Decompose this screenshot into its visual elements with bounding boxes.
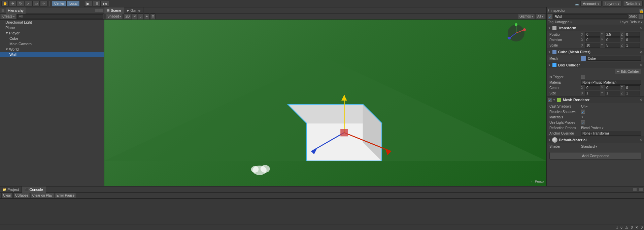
pause-btn[interactable]: ⏸ <box>93 1 101 7</box>
size-z-input[interactable] <box>625 91 640 95</box>
cast-shadows-dropdown[interactable]: On <box>581 105 588 108</box>
layer-dropdown[interactable]: Default <box>630 20 643 24</box>
bottom-lock-btn[interactable] <box>633 188 637 191</box>
anchor-override-input[interactable] <box>581 131 641 136</box>
hierarchy-item-wall[interactable]: Wall <box>0 52 104 57</box>
use-light-probes-checkbox[interactable] <box>581 120 585 124</box>
center-x-input[interactable] <box>585 85 600 90</box>
hierarchy-menu-btn[interactable] <box>99 9 103 12</box>
effects-btn[interactable]: ✦ <box>144 13 149 20</box>
reflection-probes-dropdown[interactable]: Blend Probes <box>581 126 604 130</box>
hierarchy-tab[interactable]: Hierarchy <box>6 7 26 13</box>
object-name-field[interactable] <box>553 14 628 19</box>
box-collider-section: ▼ Box Collider ⚙ ✏ Edit Collider <box>547 62 644 97</box>
collapse-btn[interactable]: Collapse <box>13 193 30 198</box>
transform-tool-btn[interactable]: ⊹ <box>40 1 47 7</box>
box-collider-header[interactable]: ▼ Box Collider ⚙ <box>547 62 644 68</box>
step-btn[interactable]: ⏭ <box>101 1 109 7</box>
size-x-input[interactable] <box>585 91 600 95</box>
scale-tool-btn[interactable]: ⤢ <box>25 1 32 7</box>
project-tab[interactable]: 📁 Project <box>0 186 22 193</box>
clear-btn[interactable]: Clear <box>1 193 13 198</box>
pos-z-input[interactable] <box>625 32 640 37</box>
hierarchy-lock-btn[interactable] <box>95 9 99 12</box>
2d-btn[interactable]: 2D <box>124 14 131 19</box>
size-y-input[interactable] <box>605 91 620 95</box>
mesh-filter-header[interactable]: ▼ Cube (Mesh Filter) ⚙ <box>547 49 644 55</box>
rotate-tool-btn[interactable]: ↻ <box>17 1 24 7</box>
scale-z-input[interactable] <box>625 43 640 48</box>
hierarchy-item-player[interactable]: ▼ Player <box>0 30 104 36</box>
add-component-btn[interactable]: Add Component <box>549 152 641 160</box>
rot-y-input[interactable] <box>605 37 620 42</box>
pos-y-input[interactable] <box>605 32 620 37</box>
scene-all-dropdown[interactable]: All <box>536 14 545 19</box>
default-dropdown[interactable]: Default <box>623 1 643 7</box>
mesh-renderer-enabled[interactable] <box>548 98 552 102</box>
gizmo-widget[interactable]: X Y Z <box>506 23 526 43</box>
audio-btn[interactable]: ♪ <box>138 13 143 20</box>
layers-dropdown[interactable]: Layers <box>603 1 622 7</box>
console-tab[interactable]: ⬛ Console <box>22 186 46 193</box>
object-active-checkbox[interactable] <box>548 15 552 19</box>
hierarchy-item-plane[interactable]: Plane <box>0 25 104 30</box>
center-toggle-btn[interactable]: Center <box>52 1 67 7</box>
hierarchy-item-cube[interactable]: Cube <box>0 36 104 41</box>
shader-dropdown[interactable]: Standard <box>581 145 597 148</box>
create-btn[interactable]: Create <box>1 14 16 19</box>
scale-row: Scale X Y Z <box>548 42 643 48</box>
game-tab[interactable]: ▶ Game <box>124 7 143 13</box>
cast-shadows-value: On <box>581 105 585 108</box>
is-trigger-checkbox[interactable] <box>581 75 585 79</box>
inspector-tab[interactable]: Inspector <box>550 8 566 12</box>
tag-dropdown[interactable]: Untagged <box>555 20 572 24</box>
lighting-btn[interactable]: ☀ <box>132 13 137 20</box>
bottom-menu-btn[interactable] <box>639 188 643 191</box>
scale-x-input[interactable] <box>585 43 600 48</box>
transform-settings[interactable]: ⚙ <box>640 26 643 30</box>
rect-tool-btn[interactable]: ▭ <box>32 1 40 7</box>
edit-collider-btn[interactable]: ✏ Edit Collider <box>615 69 641 74</box>
pos-x-input[interactable] <box>585 32 600 37</box>
mesh-filter-gear[interactable]: ⚙ <box>640 51 643 54</box>
hand-tool-btn[interactable]: ✋ <box>1 1 9 7</box>
hierarchy-item-directional-light[interactable]: Directional Light <box>0 20 104 25</box>
sep2 <box>82 1 82 6</box>
rot-x-label: X <box>581 38 584 42</box>
mesh-filter-body: Mesh <box>547 55 644 62</box>
scene-settings-btn[interactable]: ⚙ <box>150 13 156 20</box>
rot-z-input[interactable] <box>625 37 640 42</box>
hierarchy-toolbar: Create <box>0 13 104 20</box>
mesh-renderer-header[interactable]: ▼ Mesh Renderer ⚙ <box>547 97 644 103</box>
center-z-input[interactable] <box>625 85 640 90</box>
move-tool-btn[interactable]: ✥ <box>9 1 16 7</box>
hierarchy-search[interactable] <box>17 14 103 19</box>
transform-header[interactable]: ▼ Transform ⚙ <box>547 25 644 31</box>
shaded-dropdown[interactable]: Shaded <box>106 14 123 19</box>
gizmos-dropdown[interactable]: Gizmos <box>518 14 535 19</box>
scene-canvas[interactable]: X Y Z ← Persp <box>104 20 546 186</box>
console-content[interactable] <box>0 199 644 225</box>
main-camera-label: Main Camera <box>9 42 32 46</box>
collider-material-input[interactable] <box>581 80 641 85</box>
rot-x-input[interactable] <box>585 37 600 42</box>
hierarchy-item-world[interactable]: ▼ World <box>0 47 104 52</box>
box-collider-gear[interactable]: ⚙ <box>640 63 643 67</box>
scale-y-input[interactable] <box>605 43 620 48</box>
account-dropdown[interactable]: Account <box>580 1 602 7</box>
static-checkbox[interactable] <box>639 15 643 19</box>
local-toggle-btn[interactable]: Local <box>67 1 80 7</box>
play-btn[interactable]: ▶ <box>84 1 92 7</box>
clear-on-play-btn[interactable]: Clear on Play <box>31 193 54 198</box>
receive-shadows-checkbox[interactable] <box>581 110 585 114</box>
mesh-renderer-gear[interactable]: ⚙ <box>640 98 643 102</box>
error-pause-btn[interactable]: Error Pause <box>55 193 76 198</box>
scene-tab[interactable]: ⊞ Scene <box>104 7 124 13</box>
hierarchy-item-main-camera[interactable]: Main Camera <box>0 41 104 47</box>
scene-all-arrow <box>542 15 543 18</box>
material-gear[interactable]: ⚙ <box>640 138 643 142</box>
mesh-value-input[interactable] <box>586 56 641 61</box>
center-y-input[interactable] <box>605 85 620 90</box>
material-header[interactable]: ▼ Default-Material ⚙ <box>547 137 644 143</box>
inspector-lock-btn[interactable]: 🔒 <box>639 9 643 12</box>
